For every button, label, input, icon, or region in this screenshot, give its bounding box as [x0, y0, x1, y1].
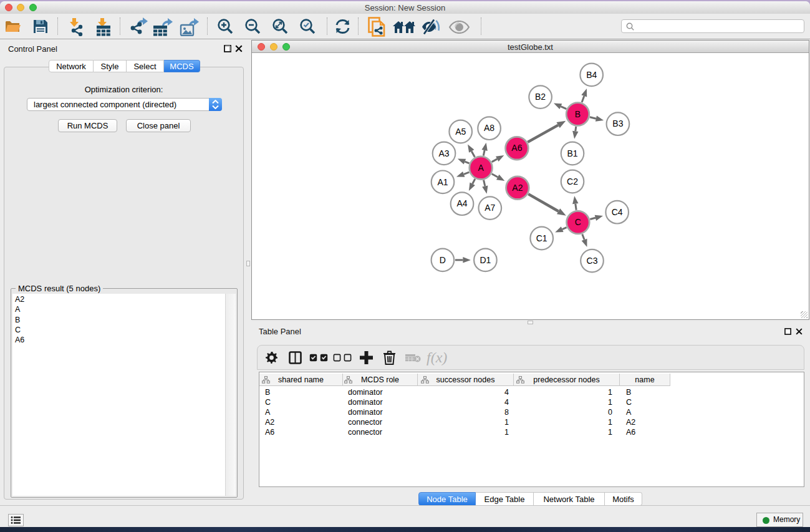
svg-text:A7: A7 — [485, 203, 495, 213]
svg-text:B3: B3 — [612, 118, 623, 128]
svg-text:C4: C4 — [612, 207, 623, 217]
svg-text:A6: A6 — [511, 143, 522, 153]
svg-text:A1: A1 — [437, 177, 448, 187]
svg-text:B: B — [575, 109, 581, 119]
svg-text:B4: B4 — [586, 70, 597, 80]
svg-text:A5: A5 — [455, 127, 466, 137]
svg-text:A: A — [478, 163, 484, 173]
svg-text:A8: A8 — [484, 123, 494, 133]
svg-text:C: C — [575, 217, 581, 227]
svg-text:B2: B2 — [535, 92, 546, 102]
svg-text:A3: A3 — [438, 148, 449, 158]
svg-text:A2: A2 — [512, 183, 523, 193]
svg-text:D1: D1 — [480, 255, 491, 265]
svg-text:D: D — [440, 255, 446, 265]
svg-text:C3: C3 — [587, 256, 598, 266]
svg-text:A4: A4 — [456, 198, 467, 208]
svg-text:C1: C1 — [536, 233, 547, 243]
svg-text:C2: C2 — [567, 177, 578, 186]
svg-text:B1: B1 — [567, 148, 577, 158]
